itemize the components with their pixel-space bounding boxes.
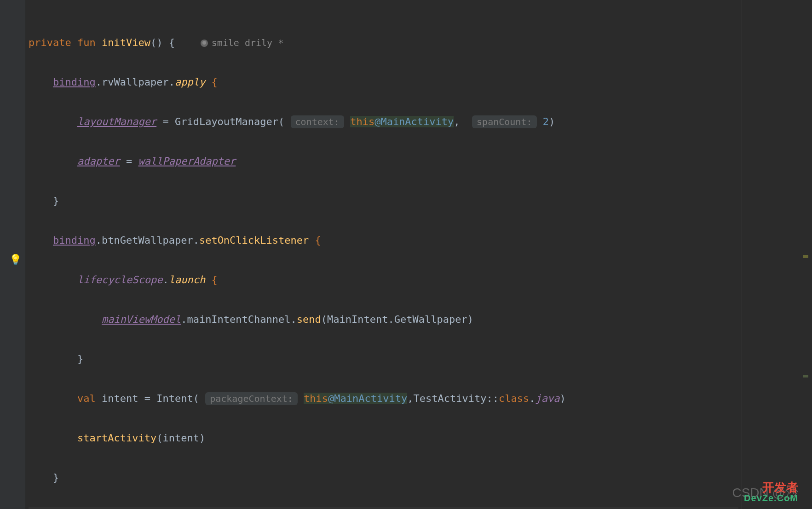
param-hint: spanCount: <box>472 115 536 128</box>
code-line-current[interactable]: FlowBus.with<MessageEvent>( key: "test")… <box>29 507 738 509</box>
watermark-logo-sub: DevZe.CoM <box>744 493 798 503</box>
identifier: rvWallpaper <box>102 76 169 88</box>
keyword-this: this <box>350 116 374 127</box>
gutter: 💡 <box>0 0 25 509</box>
keyword: class <box>499 393 529 404</box>
code-line[interactable]: } <box>29 191 812 211</box>
param-hint: context: <box>291 115 344 128</box>
code-line[interactable]: startActivity(intent) <box>29 428 812 448</box>
keyword: fun <box>77 37 96 48</box>
code-line[interactable]: binding.btnGetWallpaper.setOnClickListen… <box>29 230 812 250</box>
property: wallPaperAdapter <box>138 155 236 167</box>
code-editor[interactable]: 💡 private fun initView() { smile drily *… <box>0 0 812 509</box>
watermark-logo: 开发者 DevZe.CoM <box>744 481 798 503</box>
author-annotation: smile drily * <box>201 37 284 48</box>
code-line[interactable]: lifecycleScope.launch { <box>29 270 812 290</box>
code-line[interactable]: layoutManager = GridLayoutManager( conte… <box>29 112 812 132</box>
method: startActivity <box>77 432 156 444</box>
property: binding <box>53 234 96 246</box>
property: binding <box>53 76 96 88</box>
function-name: initView <box>102 37 150 48</box>
keyword: val <box>77 393 96 404</box>
code-line[interactable]: val intent = Intent( packageContext: thi… <box>29 389 812 408</box>
class-ref: TestActivity <box>413 393 486 404</box>
method: send <box>297 314 321 325</box>
class-ref: Intent <box>156 393 193 404</box>
label: @MainActivity <box>328 393 407 404</box>
author-name: smile drily * <box>212 37 284 48</box>
method: apply <box>175 76 205 88</box>
author-icon <box>201 40 208 47</box>
watermark-logo-title: 开发者 <box>744 481 798 493</box>
identifier: mainIntentChannel <box>187 314 290 325</box>
keyword-this: this <box>304 393 328 404</box>
identifier: btnGetWallpaper <box>102 234 193 246</box>
identifier: intent <box>162 432 199 444</box>
number: 2 <box>543 116 549 127</box>
code-line[interactable]: adapter = wallPaperAdapter <box>29 151 812 171</box>
class-ref: MainIntent <box>327 314 388 325</box>
identifier: GetWallpaper <box>394 314 467 325</box>
code-area[interactable]: private fun initView() { smile drily * b… <box>29 0 812 509</box>
code-line[interactable]: private fun initView() { smile drily * <box>29 33 812 52</box>
class-ref: GridLayoutManager <box>175 116 278 127</box>
property: layoutManager <box>77 116 156 127</box>
code-line[interactable]: binding.rvWallpaper.apply { <box>29 72 812 92</box>
intention-bulb-icon[interactable]: 💡 <box>9 254 22 265</box>
code-line[interactable]: } <box>29 349 812 369</box>
property: adapter <box>77 155 120 167</box>
label: @MainActivity <box>374 116 454 127</box>
property: lifecycleScope <box>77 274 162 286</box>
property: java <box>535 393 559 404</box>
keyword: private <box>29 37 71 48</box>
code-line[interactable]: mainViewModel.mainIntentChannel.send(Mai… <box>29 309 812 329</box>
code-line[interactable]: } <box>29 468 812 487</box>
method: setOnClickListener <box>199 234 309 246</box>
method: launch <box>169 274 205 286</box>
param-hint: packageContext: <box>205 392 298 405</box>
identifier: intent <box>102 393 138 404</box>
property: mainViewModel <box>102 314 181 325</box>
